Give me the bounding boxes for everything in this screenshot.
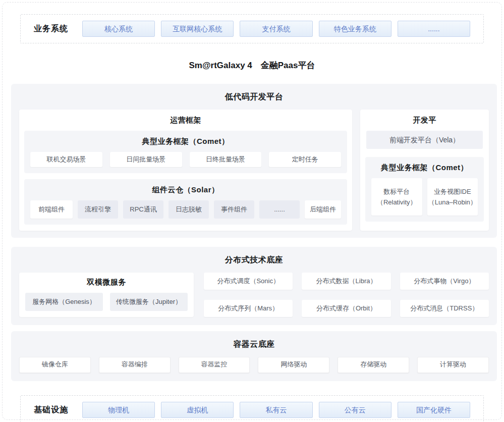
- relativity-chip-line2: （Relativity）: [372, 197, 421, 207]
- solar-component-cloud-card: 组件云仓（Solar） 前端组件 流程引擎 RPC通讯 日志脱敏 事件组件 ..…: [24, 179, 347, 225]
- dev-comet-chips-row: 数标平台 （Relativity） 业务视图IDE （Luna–Robin）: [371, 178, 478, 216]
- comet-scenarios-row: 联机交易场景 日间批量场景 日终批量场景 定时任务: [30, 152, 341, 167]
- lowcode-body: 运营框架 典型业务框架（Comet） 联机交易场景 日间批量场景 日终批量场景 …: [19, 110, 489, 231]
- business-systems-label: 业务系统: [34, 24, 68, 34]
- sonic-scheduling-button[interactable]: 分布式调度（Sonic）: [204, 273, 293, 290]
- container-orchestration-button[interactable]: 容器编排: [99, 357, 171, 373]
- comet-business-framework-title: 典型业务框架（Comet）: [30, 137, 341, 146]
- relativity-data-platform-chip[interactable]: 数标平台 （Relativity）: [371, 178, 422, 216]
- dev-comet-framework-title: 典型业务框架（Comet）: [371, 163, 478, 173]
- infrastructure-row: 基础设施 物理机 虚拟机 私有云 公有云 国产化硬件: [20, 395, 484, 422]
- private-cloud-button[interactable]: 私有云: [240, 402, 312, 418]
- scenario-eod-batch-button[interactable]: 日终批量场景: [190, 152, 262, 167]
- container-cloud-section: 容器云底座 镜像仓库 容器编排 容器监控 网络驱动 存储驱动 计算驱动: [11, 331, 497, 381]
- business-system-button-payment[interactable]: 支付系统: [240, 21, 312, 37]
- business-system-button-special[interactable]: 特色业务系统: [319, 21, 391, 37]
- orbit-cache-button[interactable]: 分布式缓存（Orbit）: [302, 300, 390, 317]
- lowcode-platform-title: 低代码开发平台: [19, 92, 489, 102]
- lowcode-platform-section: 低代码开发平台 运营框架 典型业务框架（Comet） 联机交易场景 日间批量场景…: [11, 84, 497, 238]
- comet-business-framework-card: 典型业务框架（Comet） 联机交易场景 日间批量场景 日终批量场景 定时任务: [24, 131, 347, 173]
- more-components-chip[interactable]: ......: [259, 200, 300, 219]
- business-system-button-core[interactable]: 核心系统: [82, 21, 155, 37]
- infrastructure-label: 基础设施: [34, 405, 68, 415]
- virtual-machine-button[interactable]: 虚拟机: [161, 402, 234, 418]
- frontend-component-chip[interactable]: 前端组件: [30, 200, 73, 219]
- distributed-services-grid: 分布式调度（Sonic） 分布式数据（Libra） 分布式事物（Virgo） 分…: [204, 273, 489, 317]
- dual-mode-microservice-card: 双模微服务 服务网格（Genesis） 传统微服务（Jupiter）: [19, 273, 194, 317]
- scenario-scheduled-task-button[interactable]: 定时任务: [269, 152, 341, 167]
- operations-framework-card: 运营框架 典型业务框架（Comet） 联机交易场景 日间批量场景 日终批量场景 …: [19, 110, 352, 231]
- scenario-online-trade-button[interactable]: 联机交易场景: [30, 152, 102, 167]
- dual-mode-chips-row: 服务网格（Genesis） 传统微服务（Jupiter）: [25, 293, 188, 311]
- dev-comet-framework-card: 典型业务框架（Comet） 数标平台 （Relativity） 业务视图IDE …: [365, 157, 484, 222]
- distributed-body: 双模微服务 服务网格（Genesis） 传统微服务（Jupiter） 分布式调度…: [19, 273, 489, 317]
- network-driver-button[interactable]: 网络驱动: [258, 357, 329, 373]
- luna-robin-business-view-ide-chip[interactable]: 业务视图IDE （Luna–Robin）: [427, 178, 478, 216]
- jupiter-traditional-microservice-chip[interactable]: 传统微服务（Jupiter）: [110, 293, 188, 311]
- solar-component-cloud-title: 组件云仓（Solar）: [30, 185, 341, 195]
- luna-robin-chip-line2: （Luna–Robin）: [428, 197, 477, 207]
- virgo-transaction-button[interactable]: 分布式事物（Virgo）: [400, 273, 489, 290]
- container-cloud-row: 镜像仓库 容器编排 容器监控 网络驱动 存储驱动 计算驱动: [19, 357, 489, 373]
- dev-platform-card: 开发平 前端开发平台（Vela） 典型业务框架（Comet） 数标平台 （Rel…: [360, 110, 489, 231]
- process-engine-chip[interactable]: 流程引擎: [78, 200, 118, 219]
- dev-platform-title: 开发平: [365, 116, 484, 125]
- distributed-base-section: 分布式技术底座 双模微服务 服务网格（Genesis） 传统微服务（Jupite…: [11, 247, 497, 325]
- business-systems-row: 业务系统 核心系统 互联网核心系统 支付系统 特色业务系统 ......: [20, 14, 484, 43]
- business-system-button-internet-core[interactable]: 互联网核心系统: [161, 21, 234, 37]
- tdrss-message-button[interactable]: 分布式消息（TDRSS）: [400, 300, 489, 317]
- relativity-chip-line1: 数标平台: [372, 186, 421, 197]
- dual-mode-microservice-title: 双模微服务: [25, 278, 188, 287]
- public-cloud-button[interactable]: 公有云: [319, 402, 391, 418]
- domestic-hardware-button[interactable]: 国产化硬件: [398, 402, 470, 418]
- distributed-base-title: 分布式技术底座: [19, 255, 489, 266]
- business-system-button-more[interactable]: ......: [398, 21, 470, 37]
- luna-robin-chip-line1: 业务视图IDE: [428, 186, 477, 197]
- page: { "page": { "title": "Sm@rtGalaxy 4 金融Pa…: [0, 0, 504, 422]
- scenario-intraday-batch-button[interactable]: 日间批量场景: [110, 152, 182, 167]
- operations-framework-title: 运营框架: [24, 116, 347, 125]
- platform-title: Sm@rtGalaxy 4 金融Paas平台: [0, 60, 504, 72]
- storage-driver-button[interactable]: 存储驱动: [338, 357, 409, 373]
- mars-sequence-button[interactable]: 分布式序列（Mars）: [204, 300, 293, 317]
- physical-machine-button[interactable]: 物理机: [82, 402, 155, 418]
- backend-component-chip[interactable]: 后端组件: [305, 200, 341, 219]
- container-monitoring-button[interactable]: 容器监控: [179, 357, 250, 373]
- event-component-chip[interactable]: 事件组件: [214, 200, 254, 219]
- libra-data-button[interactable]: 分布式数据（Libra）: [302, 273, 390, 290]
- genesis-service-mesh-chip[interactable]: 服务网格（Genesis）: [25, 293, 103, 311]
- compute-driver-button[interactable]: 计算驱动: [417, 357, 489, 373]
- log-masking-chip[interactable]: 日志脱敏: [169, 200, 209, 219]
- rpc-comm-chip[interactable]: RPC通讯: [123, 200, 163, 219]
- container-cloud-title: 容器云底座: [19, 339, 489, 350]
- solar-components-row: 前端组件 流程引擎 RPC通讯 日志脱敏 事件组件 ...... 后端组件: [30, 200, 341, 219]
- vela-frontend-dev-platform-chip[interactable]: 前端开发平台（Vela）: [366, 131, 483, 149]
- image-registry-button[interactable]: 镜像仓库: [19, 357, 91, 373]
